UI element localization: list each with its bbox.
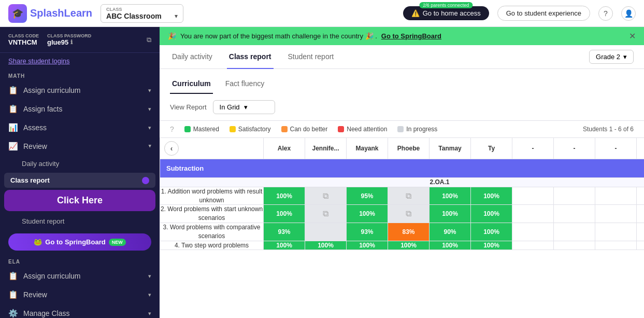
warning-icon: ⚠️: [411, 9, 420, 17]
cell-empty-3-2: [554, 223, 595, 241]
cell-mayank-4: 100%: [347, 241, 388, 250]
chevron-down-icon: ▾: [148, 273, 151, 280]
logo: 🎓 SplashLearn: [8, 4, 92, 23]
cell-empty-1-4: [637, 187, 645, 205]
sidebar-item-student-report[interactable]: Student report: [0, 213, 160, 229]
cell-empty-1-3: [595, 187, 637, 205]
student-experience-button[interactable]: Go to student experience: [497, 6, 590, 21]
springboard-label: Go to SpringBoard: [45, 238, 105, 246]
chevron-down-icon: ▾: [148, 125, 151, 131]
row-label-2: 2. Word problems with start unknown scen…: [160, 205, 264, 223]
class-code-value: VNTHCM: [8, 38, 39, 46]
sidebar-item-manage-class[interactable]: ⚙️ Manage Class ▾: [0, 304, 160, 318]
green-banner: 🎉 You are now part of the biggest math c…: [160, 27, 644, 45]
cell-empty-2-4: [637, 205, 645, 223]
legend-satisfactory: Satisfactory: [230, 126, 271, 133]
chevron-down-icon: ▾: [175, 12, 178, 20]
springboard-link[interactable]: Go to SpringBoard: [381, 32, 441, 40]
help-button[interactable]: ?: [598, 6, 613, 21]
cell-mayank-3: 93%: [347, 223, 388, 241]
chevron-down-icon: ▾: [244, 103, 248, 111]
report-area: Daily activity Class report Student repo…: [160, 45, 644, 318]
cell-empty-1-1: [512, 187, 554, 205]
class-label: CLASS: [106, 7, 178, 12]
share-student-logins-link[interactable]: Share student logins: [0, 53, 160, 69]
cell-empty-2-2: [554, 205, 595, 223]
chevron-down-icon: ▾: [148, 292, 151, 298]
cell-empty-3-4: [637, 223, 645, 241]
assess-label: Assess: [23, 123, 143, 132]
home-access-label: Go to home access: [423, 9, 481, 17]
cell-alex-2: 100%: [264, 205, 305, 223]
view-report-label: View Report: [170, 103, 207, 111]
sidebar-item-daily-activity[interactable]: Daily activity: [0, 156, 160, 172]
legend-in-progress: In progress: [397, 126, 437, 133]
ela-section-label: ELA: [0, 255, 160, 267]
th-student-mayank: Mayank: [347, 138, 388, 159]
table-row: 3. Word problems with comparative scenar…: [160, 223, 645, 241]
class-password-label: CLASS PASSWORD: [47, 33, 91, 38]
nav-left-button[interactable]: ‹: [164, 141, 179, 156]
cell-tanmay-3: 90%: [430, 223, 471, 241]
banner-close-button[interactable]: ✕: [629, 31, 636, 41]
sidebar-item-assign-curriculum[interactable]: 📋 Assign curriculum ▾: [0, 81, 160, 100]
tab-fact-fluency[interactable]: Fact fluency: [223, 75, 266, 94]
class-selector[interactable]: CLASS ABC Classroom ▾: [101, 4, 183, 23]
cell-phoebe-1: ⧉: [388, 187, 430, 205]
cell-ty-3: 100%: [471, 223, 512, 241]
ela-review-label: Review: [23, 291, 143, 299]
standard-cell: 2.OA.1: [160, 178, 645, 187]
cell-empty-3-3: [595, 223, 637, 241]
active-indicator: [142, 177, 149, 184]
standard-row: 2.OA.1: [160, 178, 645, 187]
table-row: 4. Two step word problems 100% 100% 100%…: [160, 241, 645, 250]
tab-class-report[interactable]: Class report: [227, 45, 274, 69]
cell-empty-4-2: [554, 241, 595, 250]
springboard-button[interactable]: 🐸 Go to SpringBoard NEW: [8, 233, 151, 251]
th-student-ty: Ty: [471, 138, 512, 159]
cell-jennifer-2: ⧉: [305, 205, 347, 223]
cell-empty-1-2: [554, 187, 595, 205]
chevron-down-icon: ▾: [148, 106, 151, 113]
cell-phoebe-2: ⧉: [388, 205, 430, 223]
section-subtraction: Subtraction ▴: [160, 159, 645, 178]
th-student-alex: Alex: [264, 138, 305, 159]
class-value-row: ABC Classroom ▾: [106, 12, 178, 20]
home-access-button[interactable]: 2/6 parents connected ⚠️ Go to home acce…: [403, 6, 489, 20]
content-tabs: Curriculum Fact fluency: [160, 69, 644, 94]
view-report-value: In Grid: [220, 103, 240, 111]
copy-icon[interactable]: ⧉: [147, 36, 151, 44]
click-here-tooltip[interactable]: Click Here: [4, 190, 155, 211]
class-value: ABC Classroom: [106, 12, 162, 20]
th-student-tanmay: Tanmay: [430, 138, 471, 159]
legend-mastered: Mastered: [184, 126, 219, 133]
row-label-1: 1. Addition word problems with result un…: [160, 187, 264, 205]
sidebar-item-ela-review[interactable]: 📋 Review ▾: [0, 285, 160, 304]
sidebar-item-class-report-row[interactable]: Class report: [4, 173, 155, 188]
sidebar-item-ela-assign-curriculum[interactable]: 📋 Assign curriculum ▾: [0, 267, 160, 285]
student-exp-label: Go to student experience: [506, 9, 581, 17]
tab-bar: Daily activity Class report Student repo…: [160, 45, 644, 69]
grid-table-wrapper: ‹ Alex Jennife... Mayank Phoebe Tanmay T…: [160, 137, 644, 318]
tab-curriculum[interactable]: Curriculum: [170, 75, 213, 94]
sidebar-item-assign-facts[interactable]: 📋 Assign facts ▾: [0, 100, 160, 118]
sidebar-item-assess[interactable]: 📊 Assess ▾: [0, 118, 160, 137]
cell-tanmay-2: 100%: [430, 205, 471, 223]
tab-daily-activity[interactable]: Daily activity: [170, 45, 214, 69]
tab-student-report[interactable]: Student report: [286, 45, 336, 69]
can-do-better-dot: [281, 126, 288, 132]
springboard-badge: NEW: [109, 239, 126, 246]
grade-selector[interactable]: Grade 2 ▾: [589, 50, 634, 64]
cell-alex-3: 93%: [264, 223, 305, 241]
account-button[interactable]: 👤: [621, 6, 636, 21]
chevron-down-icon: ▾: [148, 87, 151, 94]
chevron-down-icon: ▾: [148, 310, 151, 317]
legend-help-icon: ?: [170, 125, 174, 133]
table-row: 1. Addition word problems with result un…: [160, 187, 645, 205]
section-label: Subtraction: [166, 164, 204, 172]
view-report-select[interactable]: In Grid ▾: [213, 100, 275, 114]
class-info: CLASS CODE VNTHCM CLASS PASSWORD glue95 …: [0, 27, 160, 53]
sidebar-item-review[interactable]: 📈 Review ▴: [0, 137, 160, 156]
cell-jennifer-1: ⧉: [305, 187, 347, 205]
cell-empty-4-1: [512, 241, 554, 250]
